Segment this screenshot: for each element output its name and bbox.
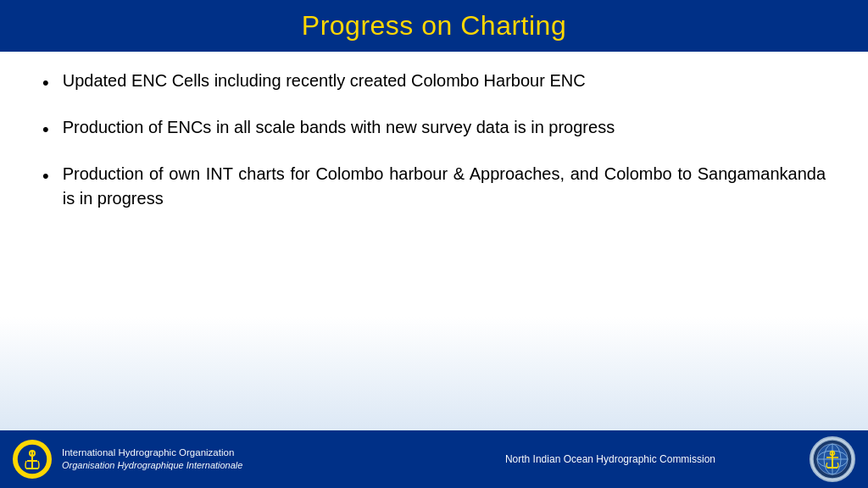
bullet-dot-3: • [42, 164, 49, 190]
bullet-dot-1: • [42, 70, 49, 97]
list-item: • Production of ENCs in all scale bands … [42, 115, 826, 143]
footer-org-text: International Hydrographic Organization … [62, 446, 242, 471]
slide-footer: International Hydrographic Organization … [0, 430, 868, 488]
slide-header: Progress on Charting [0, 0, 868, 52]
bullet-list: • Updated ENC Cells including recently c… [42, 69, 826, 230]
niohc-badge [810, 436, 855, 482]
slide-title: Progress on Charting [17, 10, 851, 42]
footer-left: International Hydrographic Organization … [13, 440, 411, 479]
bullet-text-1: Updated ENC Cells including recently cre… [63, 69, 586, 93]
org-name-french: Organisation Hydrographique Internationa… [62, 459, 242, 471]
iho-logo [13, 440, 52, 479]
list-item: • Updated ENC Cells including recently c… [42, 69, 826, 97]
commission-name: North Indian Ocean Hydrographic Commissi… [505, 453, 715, 465]
bullet-dot-2: • [42, 117, 49, 143]
footer-center: North Indian Ocean Hydrographic Commissi… [411, 453, 810, 465]
bullet-text-2: Production of ENCs in all scale bands wi… [63, 115, 615, 140]
slide: Progress on Charting • Updated ENC Cells… [0, 0, 868, 488]
bullet-text-3: Production of own INT charts for Colombo… [63, 162, 826, 211]
slide-content: • Updated ENC Cells including recently c… [0, 52, 868, 430]
org-name-english: International Hydrographic Organization [62, 446, 242, 459]
footer-right [810, 436, 855, 482]
list-item: • Production of own INT charts for Colom… [42, 162, 826, 211]
